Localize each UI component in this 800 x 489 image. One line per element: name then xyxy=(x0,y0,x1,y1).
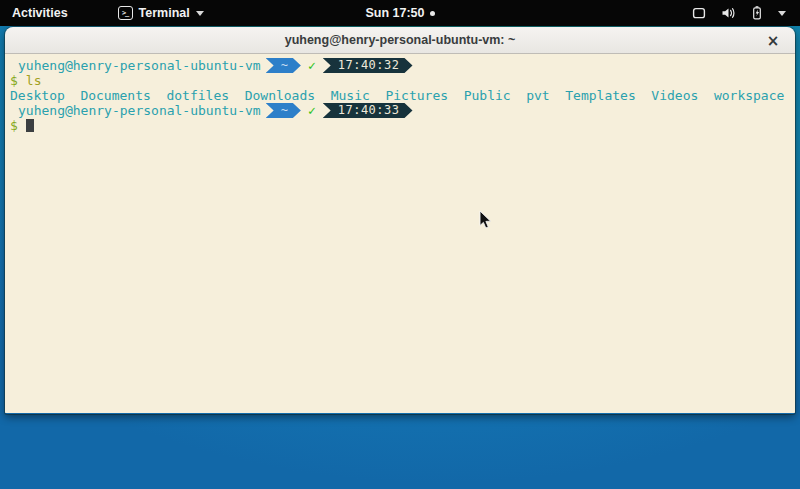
directory-listing: DesktopDocumentsdotfilesDownloadsMusicPi… xyxy=(10,88,790,103)
caret-down-icon xyxy=(778,11,786,16)
mouse-cursor-icon xyxy=(479,210,493,230)
prompt-cwd-segment: ~ xyxy=(266,103,301,118)
directory-entry: Pictures xyxy=(385,88,448,103)
status-check-icon: ✓ xyxy=(308,58,316,73)
status-check-icon: ✓ xyxy=(308,103,316,118)
prompt-line: yuheng@henry-personal-ubuntu-vm ~ ✓ 17:4… xyxy=(10,103,790,118)
clock[interactable]: Sun 17:50 xyxy=(365,6,424,20)
window-title: yuheng@henry-personal-ubuntu-vm: ~ xyxy=(285,33,516,47)
directory-entry: Downloads xyxy=(245,88,315,103)
volume-icon xyxy=(720,5,736,21)
app-menu-terminal[interactable]: >_ Terminal xyxy=(108,0,214,26)
close-icon[interactable]: × xyxy=(762,27,784,54)
text-cursor xyxy=(26,119,34,132)
directory-entry: workspace xyxy=(714,88,784,103)
directory-entry: Documents xyxy=(80,88,150,103)
prompt-time: 17:40:33 xyxy=(338,103,400,118)
prompt-symbol: $ xyxy=(10,73,18,88)
terminal-content[interactable]: yuheng@henry-personal-ubuntu-vm ~ ✓ 17:4… xyxy=(5,54,795,413)
prompt-symbol: $ xyxy=(10,118,18,133)
terminal-window: yuheng@henry-personal-ubuntu-vm: ~ × yuh… xyxy=(5,27,795,414)
typed-command: ls xyxy=(26,73,42,88)
prompt-cwd-segment: ~ xyxy=(266,58,301,73)
directory-entry: Public xyxy=(464,88,511,103)
directory-entry: Templates xyxy=(565,88,635,103)
prompt-userhost: yuheng@henry-personal-ubuntu-vm xyxy=(18,58,261,73)
directory-entry: Desktop xyxy=(10,88,65,103)
terminal-icon: >_ xyxy=(118,6,133,20)
prompt-time-segment: 17:40:33 xyxy=(323,103,413,118)
top-bar: Activities >_ Terminal Sun 17:50 xyxy=(0,0,800,26)
directory-entry: Videos xyxy=(651,88,698,103)
directory-entry: pvt xyxy=(526,88,549,103)
directory-entry: dotfiles xyxy=(166,88,229,103)
prompt-line: yuheng@henry-personal-ubuntu-vm ~ ✓ 17:4… xyxy=(10,58,790,73)
system-status-area[interactable] xyxy=(677,0,800,26)
input-line[interactable]: $ xyxy=(10,118,790,133)
activities-button[interactable]: Activities xyxy=(0,0,80,26)
prompt-userhost: yuheng@henry-personal-ubuntu-vm xyxy=(18,103,261,118)
display-icon xyxy=(691,5,707,21)
prompt-time-segment: 17:40:32 xyxy=(323,58,413,73)
battery-charging-icon xyxy=(749,5,765,21)
app-menu-label: Terminal xyxy=(139,6,190,20)
window-titlebar[interactable]: yuheng@henry-personal-ubuntu-vm: ~ × xyxy=(5,27,795,54)
prompt-cwd: ~ xyxy=(281,58,288,73)
directory-entry: Music xyxy=(331,88,370,103)
prompt-cwd: ~ xyxy=(281,103,288,118)
notification-dot-icon xyxy=(430,11,435,16)
prompt-time: 17:40:32 xyxy=(338,58,400,73)
command-line: $ ls xyxy=(10,73,790,88)
chevron-down-icon xyxy=(196,11,204,16)
